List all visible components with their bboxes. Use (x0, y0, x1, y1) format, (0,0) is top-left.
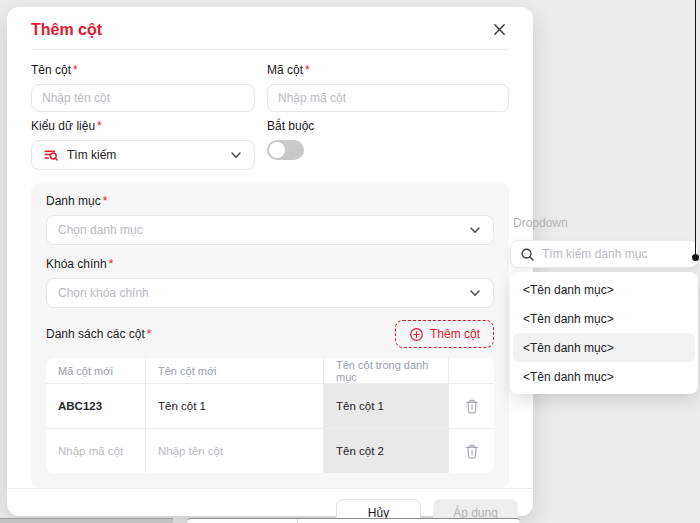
category-option-highlighted[interactable]: <Tên danh mục> (513, 333, 695, 362)
column-code-label: Mã cột* (267, 63, 509, 77)
category-option[interactable]: <Tên danh mục> (513, 304, 695, 333)
chevron-down-icon (468, 223, 482, 237)
cell-name-input[interactable]: Nhập tên cột (146, 429, 324, 473)
trash-icon (464, 443, 480, 460)
background-card-divider (297, 519, 298, 523)
primary-key-label: Khóa chính* (46, 257, 494, 271)
label-text: Kiểu dữ liệu (31, 119, 95, 133)
data-type-select[interactable]: Tìm kiếm (31, 140, 255, 170)
category-placeholder: Chọn danh mục (58, 223, 460, 237)
filter-search-icon (43, 147, 59, 163)
cell-code[interactable]: ABC123 (46, 384, 146, 428)
modal-title: Thêm cột (31, 21, 102, 39)
add-column-modal: Thêm cột Tên cột* Mã cột* (7, 7, 533, 516)
columns-table: Mã cột mới Tên cột mới Tên cột trong dan… (46, 358, 494, 473)
category-options-panel: <Tên danh mục> <Tên danh mục> <Tên danh … (510, 272, 698, 394)
primary-key-select[interactable]: Chọn khóa chính (46, 278, 494, 308)
top-form: Tên cột* Mã cột* Kiểu dữ liệu* (31, 56, 509, 170)
trash-icon (464, 398, 480, 415)
dropdown-caption: Dropdown (513, 216, 568, 230)
table-row: ABC123 Tên cột 1 Tên cột 1 (46, 383, 494, 428)
table-row: Nhập mã cột Nhập tên cột Tên cột 2 (46, 428, 494, 473)
header-category-column: Tên cột trong danh mục (324, 358, 449, 383)
category-select[interactable]: Chọn danh mục (46, 215, 494, 245)
label-text: Mã cột (267, 63, 303, 77)
modal-header: Thêm cột (7, 7, 533, 49)
category-option[interactable]: <Tên danh mục> (513, 362, 695, 391)
modal-body: Tên cột* Mã cột* Kiểu dữ liệu* (7, 50, 533, 488)
add-column-button[interactable]: Thêm cột (395, 320, 494, 348)
required-toggle-group: Bắt buộc (267, 112, 509, 170)
data-type-value: Tìm kiếm (67, 148, 221, 162)
cell-category-column: Tên cột 1 (324, 384, 449, 428)
required-toggle-label: Bắt buộc (267, 119, 509, 133)
chevron-down-icon (229, 148, 243, 162)
columns-list-label: Danh sách các cột* (46, 327, 151, 341)
close-button[interactable] (490, 20, 509, 39)
label-text: Danh sách các cột (46, 327, 145, 341)
category-label: Danh mục* (46, 194, 494, 208)
header-actions (449, 358, 494, 383)
data-type-label: Kiểu dữ liệu* (31, 119, 255, 133)
columns-table-body: ABC123 Tên cột 1 Tên cột 1 (46, 383, 494, 473)
required-asterisk: * (97, 119, 102, 133)
delete-row-button[interactable] (460, 394, 484, 419)
cell-actions (449, 429, 494, 473)
cell-code-input[interactable]: Nhập mã cột (46, 429, 146, 473)
required-toggle[interactable] (267, 140, 304, 160)
required-asterisk: * (109, 257, 114, 271)
add-column-button-label: Thêm cột (430, 327, 480, 341)
required-asterisk: * (305, 63, 310, 77)
category-option[interactable]: <Tên danh mục> (513, 275, 695, 304)
primary-key-placeholder: Chọn khóa chính (58, 286, 460, 300)
column-name-group: Tên cột* (31, 56, 255, 112)
category-search-input[interactable] (542, 247, 688, 261)
label-text: Danh mục (46, 194, 101, 208)
chevron-down-icon (468, 286, 482, 300)
cell-name[interactable]: Tên cột 1 (146, 384, 324, 428)
column-name-label: Tên cột* (31, 63, 255, 77)
columns-list-header: Danh sách các cột* Thêm cột (46, 320, 494, 348)
search-icon (520, 247, 535, 262)
background-table-edge (0, 518, 173, 523)
annotation-leader-dot (692, 254, 699, 261)
data-type-group: Kiểu dữ liệu* Tìm kiếm (31, 112, 255, 170)
column-name-input[interactable] (31, 84, 255, 112)
required-asterisk: * (147, 327, 152, 341)
background-card-edge (187, 518, 520, 523)
header-new-code: Mã cột mới (46, 358, 146, 383)
category-section: Danh mục* Chọn danh mục Khóa chính* Chọn… (31, 183, 509, 488)
columns-table-header-row: Mã cột mới Tên cột mới Tên cột trong dan… (46, 358, 494, 383)
required-asterisk: * (103, 194, 108, 208)
required-asterisk: * (73, 63, 78, 77)
category-search-box (510, 240, 698, 268)
label-text: Tên cột (31, 63, 71, 77)
annotation-leader-line (695, 0, 696, 257)
label-text: Khóa chính (46, 257, 107, 271)
delete-row-button[interactable] (460, 439, 484, 464)
column-code-group: Mã cột* (267, 56, 509, 112)
cell-category-column: Tên cột 2 (324, 429, 449, 473)
plus-circle-icon (409, 327, 424, 342)
cell-actions (449, 384, 494, 428)
header-new-name: Tên cột mới (146, 358, 324, 383)
close-icon (492, 22, 507, 37)
toggle-knob (269, 142, 285, 158)
column-code-input[interactable] (267, 84, 509, 112)
